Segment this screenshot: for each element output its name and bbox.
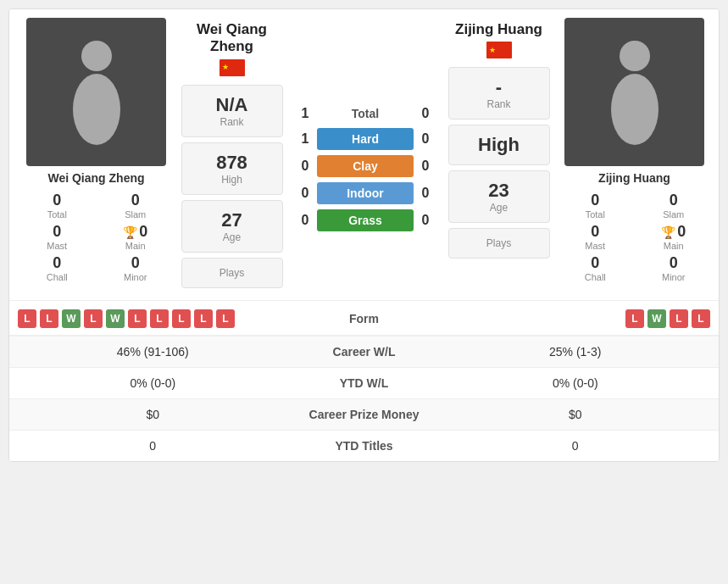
clay-row: 0 Clay 0	[293, 155, 437, 177]
right-slam-value: 0	[643, 192, 705, 209]
right-total-value: 0	[564, 192, 626, 209]
clay-label: Clay	[317, 155, 414, 177]
left-mast-value: 0	[53, 223, 61, 241]
left-slam-value: 0	[105, 192, 167, 209]
right-rank-value: -	[456, 76, 542, 98]
career-wl-label: Career W/L	[280, 345, 449, 359]
form-badge-right: W	[647, 309, 666, 328]
left-chall-label: Chall	[26, 272, 88, 282]
left-total-value: 0	[26, 192, 88, 209]
left-age-value: 27	[189, 209, 275, 231]
left-minor-value: 0	[105, 254, 167, 272]
right-high-value: High	[456, 134, 542, 156]
right-main-label: Main	[664, 241, 684, 251]
form-badge-right: L	[625, 309, 644, 328]
center-match-panel: 1 Total 0 1 Hard 0 0 Clay 0 0 Indoor 0	[289, 18, 442, 236]
left-plays-label: Plays	[189, 267, 275, 279]
right-age-value: 23	[456, 180, 542, 202]
form-badge-left: W	[106, 309, 125, 328]
form-badge-left: L	[194, 309, 213, 328]
left-main-label: Main	[125, 241, 146, 251]
form-badge-left: L	[40, 309, 58, 328]
prize-right: $0	[449, 408, 703, 421]
form-badge-left: L	[128, 309, 147, 328]
left-rank-box: N/A Rank	[181, 85, 283, 137]
ytd-wl-left: 0% (0-0)	[26, 376, 280, 390]
left-player-name: Wei Qiang Zheng	[47, 171, 144, 185]
form-badge-left: L	[172, 309, 191, 328]
grass-right-score: 0	[414, 213, 437, 228]
titles-label: YTD Titles	[280, 439, 449, 453]
form-badge-right: L	[670, 309, 688, 328]
prize-left: $0	[26, 408, 280, 421]
left-main-value: 0	[139, 223, 147, 241]
svg-point-2	[620, 41, 650, 71]
left-total-label: Total	[26, 209, 88, 220]
prize-row: $0 Career Prize Money $0	[9, 398, 719, 430]
titles-right: 0	[449, 439, 703, 453]
left-player-card: Wei Qiang Zheng 0 Total 0 Slam 0 Mast	[18, 18, 175, 282]
career-wl-row: 46% (91-106) Career W/L 25% (1-3)	[9, 336, 719, 367]
right-total-label: Total	[564, 209, 626, 220]
left-chall-stat: 0 Chall	[26, 254, 88, 282]
career-wl-right: 25% (1-3)	[449, 345, 703, 359]
ytd-wl-row: 0% (0-0) YTD W/L 0% (0-0)	[9, 367, 719, 398]
right-mast-label: Mast	[564, 241, 626, 251]
indoor-left-score: 0	[293, 186, 317, 201]
grass-row: 0 Grass 0	[293, 209, 437, 231]
career-wl-left: 46% (91-106)	[26, 345, 280, 359]
form-badge-left: L	[84, 309, 103, 328]
right-slam-label: Slam	[643, 209, 705, 220]
left-mast-stat: 0 Mast	[26, 223, 88, 251]
indoor-label: Indoor	[317, 182, 414, 204]
total-row: 1 Total 0	[293, 106, 437, 121]
left-total-stat: 0 Total	[26, 192, 88, 220]
ytd-wl-label: YTD W/L	[280, 376, 449, 390]
left-mid-panel: Wei Qiang Zheng ★ N/A Rank 878 High 27 A…	[175, 18, 289, 293]
total-left-score: 1	[293, 106, 317, 121]
indoor-row: 0 Indoor 0	[293, 182, 437, 204]
left-mast-label: Mast	[47, 241, 67, 251]
right-silhouette-icon	[601, 37, 669, 147]
left-chall-value: 0	[26, 254, 88, 272]
titles-row: 0 YTD Titles 0	[9, 430, 719, 461]
right-plays-label: Plays	[456, 237, 542, 249]
left-high-label: High	[189, 174, 275, 186]
right-chall-value: 0	[564, 254, 626, 272]
left-minor-label: Minor	[105, 272, 167, 282]
left-plays-box: Plays	[181, 258, 283, 288]
left-slam-stat: 0 Slam	[105, 192, 167, 220]
form-right-badges: LWLL	[432, 309, 711, 328]
left-rank-value: N/A	[189, 94, 275, 116]
right-mid-panel: Zijing Huang ★ - Rank High 23 Age Plays	[442, 18, 556, 264]
right-player-name: Zijing Huang	[598, 171, 670, 185]
right-age-label: Age	[456, 202, 542, 214]
right-plays-box: Plays	[448, 228, 550, 259]
right-flag: ★	[486, 42, 512, 58]
left-slam-label: Slam	[105, 209, 167, 220]
total-label: Total	[317, 107, 414, 120]
right-chall-stat: 0 Chall	[564, 254, 626, 282]
left-silhouette-icon	[63, 37, 131, 147]
left-flag: ★	[220, 59, 245, 76]
right-main-value: 0	[677, 223, 686, 241]
main-container: Wei Qiang Zheng 0 Total 0 Slam 0 Mast	[8, 8, 720, 462]
grass-left-score: 0	[293, 213, 317, 228]
left-player-photo	[26, 18, 166, 166]
hard-row: 1 Hard 0	[293, 128, 437, 150]
left-minor-stat: 0 Minor	[105, 254, 167, 282]
career-stats-section: 46% (91-106) Career W/L 25% (1-3) 0% (0-…	[9, 335, 719, 461]
left-high-box: 878 High	[181, 142, 283, 195]
right-player-name-top: Zijing Huang	[455, 18, 542, 38]
form-badge-left: L	[216, 309, 235, 328]
hard-left-score: 1	[293, 131, 317, 147]
right-age-box: 23 Age	[448, 170, 550, 223]
right-mast-stat: 0 Mast	[564, 223, 626, 251]
svg-point-1	[73, 74, 120, 145]
grass-label: Grass	[317, 209, 414, 231]
right-high-box: High	[448, 125, 550, 165]
right-chall-label: Chall	[564, 272, 626, 282]
left-age-label: Age	[189, 231, 275, 243]
right-mast-value: 0	[564, 223, 626, 241]
right-player-photo	[564, 18, 704, 166]
